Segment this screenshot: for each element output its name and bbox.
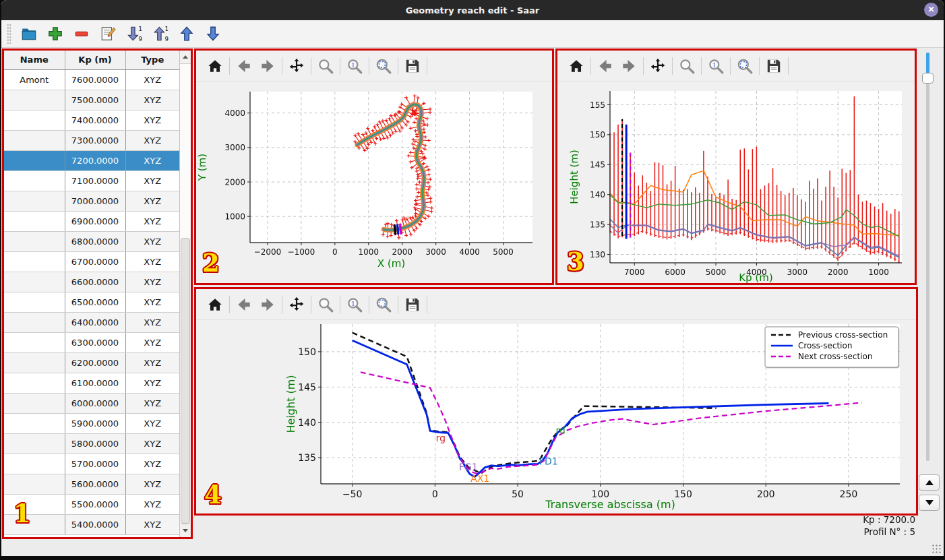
plot-zoom-button[interactable] (316, 57, 335, 75)
table-row[interactable]: 6100.0000 XYZ (4, 373, 179, 393)
plot-home-button[interactable] (206, 57, 224, 75)
table-row[interactable]: 5900.0000 XYZ (4, 413, 179, 433)
table-row[interactable]: 6400.0000 XYZ (4, 312, 179, 332)
table-cell-type: XYZ (125, 69, 179, 90)
toolbar-separator (369, 296, 369, 313)
table-row[interactable]: 7200.0000 XYZ (4, 150, 179, 170)
table-cell-kp: 7500.0000 (65, 90, 125, 110)
plot-back-button[interactable] (235, 57, 253, 75)
sort-ascending-button[interactable]: 1 9 (150, 24, 171, 44)
table-cell-kp: 5400.0000 (65, 514, 125, 534)
table-scroll-up-button[interactable] (180, 51, 191, 64)
cross-section-chart[interactable] (196, 320, 916, 514)
table-row[interactable]: 6800.0000 XYZ (4, 231, 179, 251)
plot-forward-button[interactable] (258, 295, 277, 314)
table-row[interactable]: 7000.0000 XYZ (4, 191, 179, 211)
plan-view-chart[interactable] (196, 82, 552, 283)
open-button[interactable] (19, 24, 39, 44)
plot-save-button[interactable] (764, 57, 783, 75)
table-row[interactable]: 5700.0000 XYZ (4, 454, 179, 474)
plot-pan-button[interactable] (287, 295, 306, 314)
table-cell-type: XYZ (125, 211, 179, 231)
table-row[interactable]: 7100.0000 XYZ (4, 170, 179, 191)
svg-text:9: 9 (165, 36, 169, 42)
resize-grip[interactable] (932, 544, 941, 553)
remove-cross-section-button[interactable] (71, 24, 92, 44)
close-icon: ✕ (927, 5, 934, 14)
table-cell-type: XYZ (125, 110, 179, 130)
table-row[interactable]: 6700.0000 XYZ (4, 251, 179, 272)
home-icon (568, 57, 585, 75)
table-row[interactable]: 6200.0000 XYZ (4, 352, 179, 373)
plot-zoom-button[interactable] (677, 57, 696, 75)
table-cell-type: XYZ (125, 272, 179, 292)
table-row[interactable]: Amont 7600.0000 XYZ (4, 69, 179, 90)
table-row[interactable]: 6900.0000 XYZ (4, 211, 179, 231)
folder-icon (20, 25, 38, 42)
table-row[interactable]: 6300.0000 XYZ (4, 332, 179, 352)
plot-zoom-one-button[interactable]: 1 (345, 57, 364, 75)
previous-profile-button[interactable] (919, 474, 940, 491)
table-cell-name (4, 231, 65, 251)
table-scrollbar[interactable] (179, 51, 191, 537)
table-cell-kp: 6000.0000 (65, 393, 125, 413)
table-cell-name (4, 90, 65, 110)
plot-zoom-one-button[interactable]: 1 (345, 295, 364, 314)
table-cell-kp: 5600.0000 (65, 474, 125, 494)
profile-slider-track[interactable] (926, 53, 929, 461)
plot-forward-button[interactable] (619, 57, 638, 75)
toolbar-separator (340, 296, 340, 313)
table-row[interactable]: 5600.0000 XYZ (4, 474, 179, 494)
table-cell-kp: 6800.0000 (65, 231, 125, 251)
table-cell-kp: 6200.0000 (65, 352, 125, 373)
table-row[interactable]: 7500.0000 XYZ (4, 90, 179, 110)
plot-save-button[interactable] (403, 57, 422, 75)
move-down-button[interactable] (203, 24, 223, 44)
move-up-button[interactable] (177, 24, 197, 44)
plot-home-button[interactable] (567, 57, 586, 75)
column-header-name[interactable]: Name (4, 51, 65, 69)
next-profile-button[interactable] (919, 495, 940, 511)
home-icon (206, 296, 224, 313)
table-row[interactable]: 7400.0000 XYZ (4, 110, 179, 130)
table-scroll-down-button[interactable] (180, 524, 191, 537)
plot-pan-button[interactable] (287, 57, 306, 75)
plot-pan-button[interactable] (648, 57, 667, 75)
edit-cross-section-button[interactable] (98, 24, 118, 44)
table-cell-name (4, 454, 65, 474)
cross-section-panel: 1 (194, 287, 918, 516)
close-button[interactable]: ✕ (924, 3, 938, 17)
plot-zoom-one-button[interactable]: 1 (706, 57, 725, 75)
table-cell-type: XYZ (125, 90, 179, 110)
table-cell-kp: 5800.0000 (65, 433, 125, 454)
table-row[interactable]: 6600.0000 XYZ (4, 272, 179, 292)
table-row[interactable]: 7300.0000 XYZ (4, 130, 179, 150)
add-cross-section-button[interactable] (45, 24, 65, 44)
table-row[interactable]: 6500.0000 XYZ (4, 292, 179, 312)
plot-zoom-rect-button[interactable] (374, 295, 393, 314)
table-cell-type: XYZ (125, 373, 179, 393)
plot-forward-button[interactable] (258, 57, 277, 75)
column-header-kp[interactable]: Kp (m) (65, 51, 125, 69)
plot-back-button[interactable] (596, 57, 615, 75)
toolbar-grip[interactable] (7, 24, 11, 44)
table-row[interactable]: 6000.0000 XYZ (4, 393, 179, 413)
table-cell-kp: 6600.0000 (65, 272, 125, 292)
sort-descending-button[interactable]: 1 9 (124, 24, 144, 44)
plot-back-button[interactable] (235, 295, 253, 314)
table-cell-name (4, 191, 65, 211)
column-header-type[interactable]: Type (125, 51, 179, 69)
plot-zoom-rect-button[interactable] (735, 57, 754, 75)
plot-zoom-button[interactable] (316, 295, 335, 314)
plot-save-button[interactable] (403, 295, 422, 314)
status-area: Kp : 7200.0 Profil N° : 5 (863, 514, 915, 538)
plot-zoom-rect-button[interactable] (374, 57, 393, 75)
profile-slider-handle[interactable] (922, 73, 934, 84)
table-row[interactable]: 5800.0000 XYZ (4, 433, 179, 454)
table-cell-type: XYZ (125, 514, 179, 534)
table-cell-name (4, 474, 65, 494)
panel-badge-3: 3 (567, 249, 584, 274)
plot-home-button[interactable] (206, 295, 224, 314)
table-scrollbar-thumb[interactable] (181, 238, 190, 524)
long-profile-chart[interactable] (557, 82, 915, 283)
